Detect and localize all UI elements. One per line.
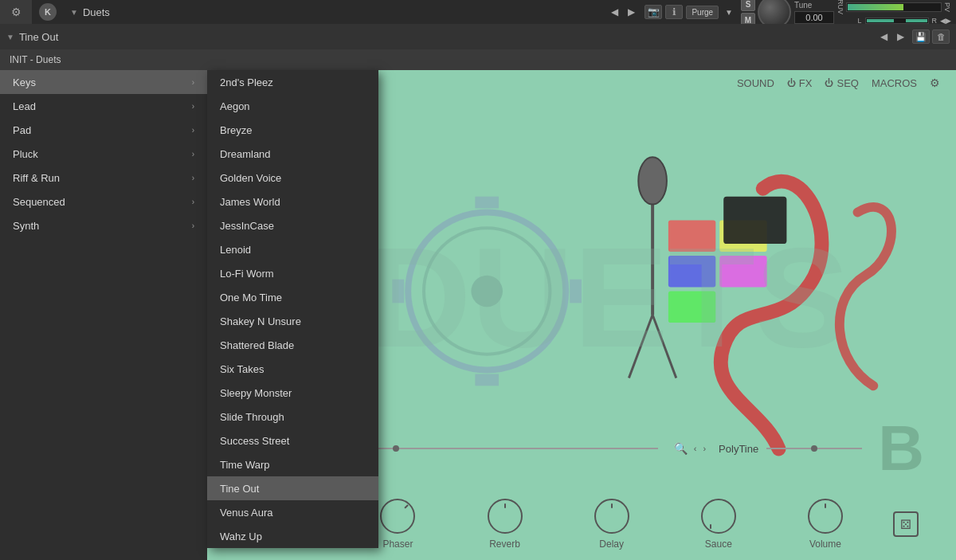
nav-next-button[interactable]: ▶	[625, 5, 638, 19]
svg-text:DUETS: DUETS	[369, 218, 850, 377]
seq-tab[interactable]: ⏻ SEQ	[825, 77, 858, 89]
submenu-item-2nd's-pleez[interactable]: 2nd's Pleez	[207, 70, 378, 94]
sound-tab[interactable]: SOUND	[737, 77, 774, 89]
submenu-item-shakey-n-unsure[interactable]: Shakey N Unsure	[207, 309, 378, 333]
purge-button[interactable]: Purge	[686, 6, 719, 19]
ab-slider-thumb	[393, 445, 399, 452]
category-riff-run-label: Riff & Run	[13, 172, 60, 184]
submenu-item-lo-fi-worm[interactable]: Lo-Fi Worm	[207, 261, 378, 285]
category-pad-label: Pad	[13, 124, 31, 136]
pv-label: PV	[943, 2, 951, 12]
submenu-item-jessincase[interactable]: JessInCase	[207, 213, 378, 237]
b-slider-thumb	[811, 445, 817, 452]
submenu-item-golden-voice[interactable]: Golden Voice	[207, 166, 378, 190]
preset-nav-next[interactable]: ▶	[894, 29, 907, 44]
category-riff-run[interactable]: Riff & Run ›	[0, 166, 207, 190]
category-lead-label: Lead	[13, 100, 36, 112]
expand-arrow: ▼	[6, 33, 14, 41]
submenu-item-dreamland[interactable]: Dreamland	[207, 142, 378, 166]
sauce-label: Sauce	[705, 538, 732, 550]
meter-area: RUV PV L R ◀▶	[836, 0, 951, 25]
second-bar-nav: ◀ ▶	[877, 29, 907, 44]
s-button[interactable]: S	[741, 0, 755, 11]
submenu-item-shattered-blade[interactable]: Shattered Blade	[207, 333, 378, 357]
phaser-knob[interactable]	[380, 499, 415, 534]
sauce-knob[interactable]	[701, 499, 736, 534]
info-button[interactable]: ℹ	[665, 5, 683, 19]
tune-label: Tune	[794, 1, 834, 10]
category-sequenced[interactable]: Sequenced ›	[0, 190, 207, 213]
category-pad[interactable]: Pad ›	[0, 118, 207, 142]
chevron-right-icon: ›	[192, 102, 194, 111]
top-bar-navigation: ◀ ▶	[608, 5, 645, 19]
submenu-item-aegon[interactable]: Aegon	[207, 94, 378, 118]
settings-gear-icon[interactable]: ⚙	[930, 76, 940, 89]
submenu-item-tine-out[interactable]: Tine Out	[207, 476, 378, 500]
category-pluck-label: Pluck	[13, 148, 38, 160]
lr-arrows: ◀▶	[940, 17, 951, 25]
kontakt-logo: K	[39, 3, 57, 21]
current-preset: PolyTine	[719, 443, 758, 455]
category-keys[interactable]: Keys ›	[0, 70, 207, 94]
tune-value: 0.00	[794, 11, 834, 24]
reverb-knob[interactable]	[488, 499, 523, 534]
logo-area: K	[32, 0, 64, 24]
submenu-item-one-mo-time[interactable]: One Mo Time	[207, 285, 378, 309]
category-synth-label: Synth	[13, 220, 39, 232]
b-slider[interactable]	[766, 448, 862, 449]
delay-knob[interactable]	[594, 499, 629, 534]
nav-prev-button[interactable]: ◀	[608, 5, 621, 19]
svg-point-4	[638, 157, 667, 204]
submenu-item-sleepy-monster[interactable]: Sleepy Monster	[207, 381, 378, 405]
preset-nav-prev[interactable]: ◀	[877, 29, 891, 44]
l-bar	[867, 19, 894, 22]
submenu-item-success-street[interactable]: Success Street	[207, 429, 378, 452]
lr-bars	[865, 18, 929, 24]
volume-knob[interactable]	[808, 499, 843, 534]
level-meter	[846, 2, 942, 12]
submenu-item-venus-aura[interactable]: Venus Aura	[207, 500, 378, 524]
submenu-item-breyze[interactable]: Breyze	[207, 118, 378, 142]
volume-label: Volume	[809, 538, 841, 550]
category-lead[interactable]: Lead ›	[0, 94, 207, 118]
purge-nav-down[interactable]: ▼	[722, 6, 736, 18]
top-bar-title-area: ▼ Duets	[64, 6, 608, 18]
category-pluck[interactable]: Pluck ›	[0, 142, 207, 166]
chevron-right-icon: ›	[192, 78, 194, 87]
third-bar: INIT - Duets	[0, 49, 956, 70]
category-synth[interactable]: Synth ›	[0, 213, 207, 237]
meter-fill	[848, 4, 903, 10]
search-icon[interactable]: 🔍	[674, 442, 688, 455]
lr-meter: L R ◀▶	[857, 17, 951, 25]
volume-knob-area: Volume	[772, 499, 879, 550]
submenu-item-lenoid[interactable]: Lenoid	[207, 237, 378, 261]
nav-arrow-right[interactable]: ›	[703, 444, 706, 453]
save-button[interactable]: 💾	[912, 29, 930, 44]
knob-tick	[504, 503, 506, 508]
preset-name-area: PolyTine	[712, 443, 862, 455]
category-sequenced-label: Sequenced	[13, 196, 65, 208]
camera-button[interactable]: 📷	[645, 5, 662, 19]
delete-button[interactable]: 🗑	[932, 29, 950, 44]
submenu-item-six-takes[interactable]: Six Takes	[207, 357, 378, 381]
knob-tick	[825, 503, 826, 508]
top-bar: ⚙ K ▼ Duets ◀ ▶ 📷 ℹ Purge ▼ S M Tune 0.0…	[0, 0, 956, 24]
preset-title: Tine Out	[19, 31, 872, 43]
chevron-right-icon: ›	[192, 150, 194, 159]
dice-area: ⚄	[879, 511, 932, 537]
macros-tab[interactable]: MACROS	[872, 77, 917, 89]
fx-tab[interactable]: ⏻ FX	[787, 77, 813, 89]
b-label: B	[878, 417, 924, 480]
category-keys-label: Keys	[13, 76, 36, 88]
gear-icon[interactable]: ⚙	[0, 0, 32, 24]
preset-submenu: 2nd's PleezAegonBreyzeDreamlandGolden Vo…	[207, 70, 378, 548]
top-bar-controls: 📷 ℹ Purge ▼	[645, 5, 741, 19]
submenu-item-time-warp[interactable]: Time Warp	[207, 452, 378, 476]
chevron-right-icon: ›	[192, 221, 194, 230]
submenu-item-slide-through[interactable]: Slide Through	[207, 405, 378, 429]
nav-arrow-left[interactable]: ‹	[694, 444, 697, 453]
submenu-item-james-world[interactable]: James World	[207, 190, 378, 213]
r-bar	[906, 19, 927, 22]
submenu-item-wahz-up[interactable]: Wahz Up	[207, 524, 378, 548]
randomize-dice-icon[interactable]: ⚄	[893, 511, 919, 537]
